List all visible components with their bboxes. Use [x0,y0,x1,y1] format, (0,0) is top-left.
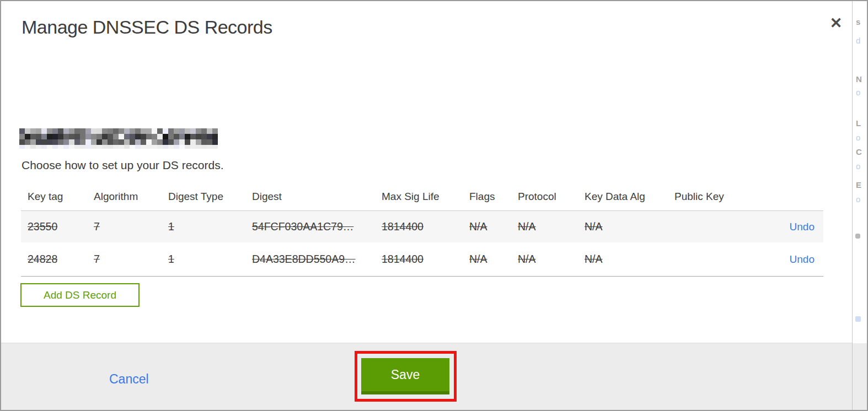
background-text-fragment: o [856,133,860,142]
cell-key-tag: 24828 [28,253,94,266]
ds-records-table: Key tag Algorithm Digest Type Digest Max… [21,183,823,277]
background-footer-fragment [853,343,868,410]
background-text-fragment: L [856,119,861,127]
cell-algorithm: 7 [94,253,168,266]
background-text-fragment: s [856,18,860,26]
cell-max-sig-life: 1814400 [382,253,469,266]
column-header-protocol: Protocol [518,191,585,203]
cell-digest: 54FCF030AA1C79… [252,220,382,233]
background-text-fragment: N [856,75,862,83]
column-header-public-key: Public Key [674,191,757,203]
column-header-algorithm: Algorithm [94,191,168,203]
background-text-fragment: o [856,162,860,170]
undo-link[interactable]: Undo [790,253,815,265]
background-mark-fragment [855,316,861,322]
background-text-fragment: E [856,181,861,189]
cell-algorithm: 7 [94,220,168,233]
cell-action: Undo [757,220,823,233]
background-bullet-fragment [855,234,860,239]
table-row: 24828 7 1 D4A33E8DD550A9… 1814400 N/A N/… [21,242,823,277]
cell-max-sig-life: 1814400 [382,220,469,233]
background-page-strip: sdNoLoCoEo [852,1,868,410]
table-row: 23550 7 1 54FCF030AA1C79… 1814400 N/A N/… [21,210,823,242]
cell-digest: D4A33E8DD550A9… [252,253,382,266]
cell-digest-type: 1 [168,220,252,233]
cell-protocol: N/A [518,220,585,233]
background-text-fragment: o [856,88,860,96]
background-text-fragment: C [856,148,862,156]
column-header-max-sig-life: Max Sig Life [382,191,469,203]
close-icon[interactable]: ✕ [826,13,846,33]
cancel-link[interactable]: Cancel [109,372,149,387]
instructions-text: Choose how to set up your DS records. [22,159,224,172]
undo-link[interactable]: Undo [790,221,815,232]
modal-footer: Save Cancel [1,343,852,410]
annotation-highlight-box: Save [355,351,457,402]
cell-key-data-alg: N/A [585,220,674,233]
dnssec-modal: Manage DNSSEC DS Records ✕ Choose how to… [0,0,868,411]
table-header-row: Key tag Algorithm Digest Type Digest Max… [21,183,823,210]
cell-flags: N/A [469,220,518,233]
column-header-digest: Digest [252,191,382,203]
cell-key-data-alg: N/A [585,253,674,266]
background-text-fragment: d [856,36,860,45]
save-button[interactable]: Save [361,358,449,394]
modal-title: Manage DNSSEC DS Records [22,17,272,38]
column-header-flags: Flags [469,191,518,203]
cell-digest-type: 1 [168,253,252,266]
column-header-key-data-alg: Key Data Alg [585,191,674,203]
cell-action: Undo [757,253,823,266]
column-header-digest-type: Digest Type [168,191,252,203]
background-text-fragment: o [856,195,860,203]
add-ds-record-button[interactable]: Add DS Record [20,283,140,307]
cell-flags: N/A [469,253,518,266]
cell-key-tag: 23550 [28,220,94,233]
cell-protocol: N/A [518,253,585,266]
redacted-domain-name [19,128,218,149]
column-header-key-tag: Key tag [28,191,94,203]
